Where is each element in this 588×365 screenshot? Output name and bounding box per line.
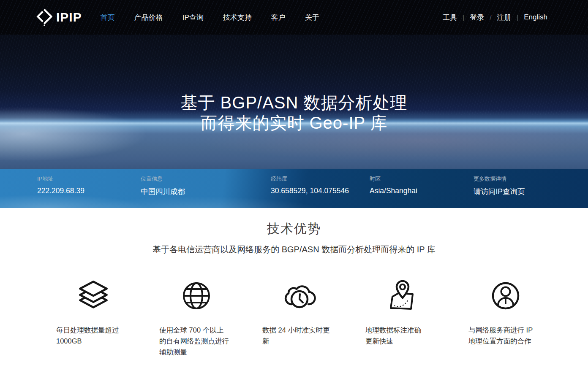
ip-lookup-page-link[interactable]: 请访问IP查询页 [474,187,525,197]
feature-isp-cooperation: 与网络服务商进行 IP 地理位置方面的合作 [468,279,543,357]
hero-banner: 基于 BGP/ASN 数据分析处理 而得来的实时 Geo-IP 库 [0,35,588,169]
ipip-diamond-icon [36,8,52,27]
map-pin-icon [365,279,440,316]
nav-item-customers[interactable]: 客户 [271,13,286,22]
hero-title-line1: 基于 BGP/ASN 数据分析处理 [180,92,407,113]
ipbar-col-location: 位置信息 中国四川成都 [141,175,271,208]
feature-caption: 数据 24 小时准实时更 新 [262,324,337,346]
location-value: 中国四川成都 [141,187,271,197]
nav-separator: | [517,14,518,21]
ipbar-label: IP地址 [37,175,141,183]
tech-advantages-section: 技术优势 基于各电信运营商以及网络服务的 BGP/ASN 数据而分析处理而得来的… [0,208,588,357]
nav-item-ip-lookup[interactable]: IP查询 [182,13,204,22]
feature-geo-accuracy: 地理数据标注准确 更新快速 [365,279,440,357]
feature-caption: 地理数据标注准确 更新快速 [365,324,440,346]
section-subtitle: 基于各电信运营商以及网络服务的 BGP/ASN 数据而分析处理而得来的 IP 库 [0,243,588,255]
nav-item-support[interactable]: 技术支持 [223,13,252,22]
nav-item-register[interactable]: 注册 [497,13,511,22]
nav-item-home[interactable]: 首页 [101,13,115,22]
timezone-value: Asia/Shanghai [370,187,474,195]
feature-daily-data: 每日处理数据量超过 1000GB [56,279,131,357]
hero-title-line2: 而得来的实时 Geo-IP 库 [200,113,387,133]
ipbar-col-timezone: 时区 Asia/Shanghai [370,175,474,208]
ipbar-label: 更多数据详情 [474,175,525,183]
nav-separator: / [490,14,491,21]
user-circle-icon [468,279,543,316]
globe-icon [159,279,234,316]
feature-caption: 与网络服务商进行 IP 地理位置方面的合作 [468,324,543,346]
ipbar-col-coordinates: 经纬度 30.658529, 104.075546 [271,175,370,208]
feature-row: 每日处理数据量超过 1000GB 使用全球 700 个以上 的自有网络监测点进行… [56,279,543,357]
ipbar-label: 位置信息 [141,175,271,183]
ipbar-col-ip-address: IP地址 222.209.68.39 [37,175,141,208]
brand-name: IPIP [56,10,82,24]
nav-item-login[interactable]: 登录 [470,13,484,22]
feature-caption: 使用全球 700 个以上 的自有网络监测点进行 辅助测量 [159,324,234,357]
feature-caption: 每日处理数据量超过 1000GB [56,324,131,346]
cloud-clock-icon [262,279,337,316]
feature-realtime-update: 数据 24 小时准实时更 新 [262,279,337,357]
coordinates-value: 30.658529, 104.075546 [271,187,370,195]
nav-item-pricing[interactable]: 产品价格 [134,13,163,22]
main-nav: 首页 产品价格 IP查询 技术支持 客户 关于 [101,13,339,22]
ip-address-value: 222.209.68.39 [37,187,141,195]
ipbar-col-more-details: 更多数据详情 请访问IP查询页 [474,175,525,208]
top-navbar: IPIP 首页 产品价格 IP查询 技术支持 客户 关于 工具 | 登录 / 注… [0,0,588,35]
feature-monitoring-points: 使用全球 700 个以上 的自有网络监测点进行 辅助测量 [159,279,234,357]
nav-separator: | [463,14,464,21]
nav-item-tools[interactable]: 工具 [443,13,457,22]
section-title: 技术优势 [0,220,588,238]
ipbar-label: 经纬度 [271,175,370,183]
ipbar-label: 时区 [370,175,474,183]
nav-item-language-english[interactable]: English [524,13,547,22]
ip-info-bar: IP地址 222.209.68.39 位置信息 中国四川成都 经纬度 30.65… [0,169,588,208]
nav-item-about[interactable]: 关于 [305,13,319,22]
brand-logo[interactable]: IPIP [36,8,82,27]
nav-right-group: 工具 | 登录 / 注册 | English [443,13,547,22]
layers-icon [56,279,131,316]
